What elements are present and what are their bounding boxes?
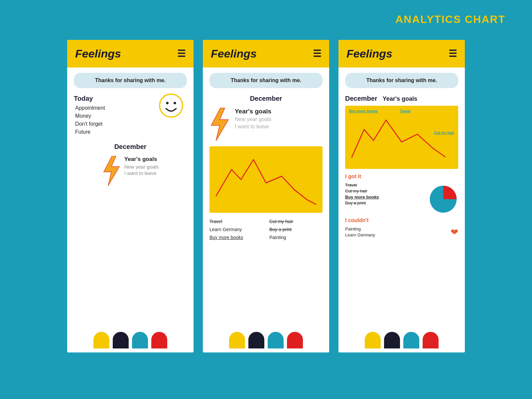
- goals-sub2-2: I want to leave: [235, 124, 271, 130]
- nav-dot-teal-1[interactable]: [132, 332, 148, 348]
- bottom-nav-2: [203, 327, 329, 352]
- couldnt-list: Painting Learn Germany: [345, 225, 375, 238]
- menu-icon-2[interactable]: ☰: [313, 49, 321, 59]
- nav-dot-teal-2[interactable]: [268, 332, 284, 348]
- got-it-list: Travel Cut my hair Buy more books Buy a …: [345, 182, 424, 206]
- goals-sub1-2: New year goals: [235, 116, 271, 122]
- greeting-text-3: Thanks for sharing with me.: [366, 77, 437, 83]
- svg-point-0: [160, 94, 183, 117]
- goals-table-2: Travel Cut my hair Learn Germany Buy a p…: [209, 218, 323, 241]
- chart-label-cut-hair: Cut my hair: [434, 131, 454, 135]
- today-item-future: Future: [74, 129, 187, 135]
- card-1-title: Feelings: [75, 47, 121, 60]
- couldnt-learn-germany: Learn Germany: [345, 232, 375, 237]
- goal-buy-print: Buy a print: [269, 226, 323, 233]
- smiley-icon: [159, 93, 184, 118]
- couldnt-painting: Painting: [345, 226, 375, 231]
- lightning-icon-1: [102, 156, 120, 186]
- nav-dot-navy-1[interactable]: [113, 332, 129, 348]
- card-1: Feelings ☰ Thanks for sharing with me. T…: [67, 40, 194, 352]
- nav-dot-red-2[interactable]: [287, 332, 303, 348]
- goal-learn-germany: Learn Germany: [209, 226, 263, 233]
- svg-point-2: [174, 102, 176, 104]
- card-3: Feelings ☰ Thanks for sharing with me. D…: [338, 40, 465, 352]
- card-2-body: Thanks for sharing with me. December Yea…: [203, 67, 329, 327]
- got-it-row: Travel Cut my hair Buy more books Buy a …: [345, 182, 458, 214]
- chart-3: Buy more books Travel Cut my hair: [345, 106, 458, 169]
- nav-dot-navy-2[interactable]: [248, 332, 264, 348]
- card-2: Feelings ☰ Thanks for sharing with me. D…: [203, 40, 329, 352]
- menu-icon-1[interactable]: ☰: [177, 49, 186, 59]
- today-item-dontforget: Don't forget: [74, 121, 187, 127]
- chart-2: [209, 146, 323, 213]
- card-3-title: Feelings: [346, 47, 392, 60]
- bottom-nav-1: [67, 327, 194, 352]
- goals-text-1: Year's goals New year goals I want to le…: [124, 156, 159, 177]
- card-3-header: Feelings ☰: [338, 40, 465, 67]
- card-1-body: Thanks for sharing with me. Today Appoin…: [67, 67, 194, 327]
- years-goals-title-1: Year's goals: [124, 156, 159, 163]
- greeting-box-2: Thanks for sharing with me.: [209, 73, 323, 88]
- years-goals-label-3: Year's goals: [383, 95, 417, 102]
- nav-dot-yellow-2[interactable]: [229, 332, 245, 348]
- got-item-travel: Travel: [345, 183, 424, 188]
- heart-icon: ❤: [451, 227, 458, 238]
- got-item-books: Buy more books: [345, 195, 424, 200]
- nav-dot-teal-3[interactable]: [403, 332, 419, 348]
- menu-icon-3[interactable]: ☰: [449, 49, 457, 59]
- chart-label-buy-books: Buy more books: [349, 109, 378, 113]
- card-3-body: Thanks for sharing with me. December Yea…: [338, 67, 465, 327]
- pie-chart: [428, 184, 458, 214]
- lightning-icon-2: [209, 108, 229, 141]
- pie-svg: [428, 184, 458, 214]
- bottom-nav-3: [338, 327, 465, 352]
- chart-label-travel: Travel: [400, 109, 411, 113]
- goal-buy-books: Buy more books: [209, 234, 263, 241]
- goals-sub1-1: New year goals: [124, 164, 159, 170]
- card-2-title: Feelings: [211, 47, 257, 60]
- card-2-header: Feelings ☰: [203, 40, 329, 67]
- page-title: ANALYTICS CHART: [395, 13, 505, 26]
- nav-dot-red-3[interactable]: [423, 332, 439, 348]
- years-goals-title-2: Year's goals: [235, 108, 271, 115]
- got-item-cut-hair: Cut my hair: [345, 189, 424, 194]
- svg-marker-3: [104, 156, 119, 186]
- line-chart-2: [213, 150, 319, 209]
- svg-marker-4: [211, 108, 228, 141]
- december-title-3: December: [345, 95, 377, 102]
- december-title-1: December: [74, 143, 187, 151]
- got-item-print: Buy a print: [345, 200, 424, 205]
- greeting-text-2: Thanks for sharing with me.: [231, 77, 301, 83]
- nav-dot-yellow-1[interactable]: [93, 332, 109, 348]
- goal-painting: Painting: [269, 234, 323, 241]
- card3-header-row: December Year's goals: [345, 95, 458, 102]
- line-chart-3: [348, 109, 455, 166]
- greeting-box-3: Thanks for sharing with me.: [345, 73, 458, 88]
- greeting-box-1: Thanks for sharing with me.: [74, 73, 187, 88]
- svg-point-1: [166, 102, 169, 104]
- nav-dot-red-1[interactable]: [151, 332, 167, 348]
- years-goals-row-1: Year's goals New year goals I want to le…: [74, 156, 187, 186]
- today-section: Today Appointment Money Don't forget Fut…: [74, 95, 187, 135]
- i-got-it-section: I got it Travel Cut my hair Buy more boo…: [345, 174, 458, 214]
- cards-container: Feelings ☰ Thanks for sharing with me. T…: [20, 40, 512, 352]
- goals-sub2-1: I want to leave: [124, 170, 159, 176]
- i-couldnt-label: I couldn't: [345, 217, 458, 223]
- goals-text-2: Year's goals New year goals I want to le…: [235, 108, 271, 131]
- years-goals-row-2: Year's goals New year goals I want to le…: [209, 108, 323, 141]
- december-section-2: December: [209, 95, 323, 102]
- i-got-it-label: I got it: [345, 174, 458, 180]
- i-couldnt-section: I couldn't Painting Learn Germany ❤: [345, 217, 458, 238]
- greeting-text-1: Thanks for sharing with me.: [95, 77, 166, 83]
- december-section-1: December Year's goals New year goals I w…: [74, 143, 187, 186]
- goal-travel: Travel: [209, 218, 263, 225]
- goal-cut-hair: Cut my hair: [269, 218, 323, 225]
- nav-dot-yellow-3[interactable]: [365, 332, 381, 348]
- card-1-header: Feelings ☰: [67, 40, 194, 67]
- nav-dot-navy-3[interactable]: [384, 332, 400, 348]
- december-title-2: December: [209, 95, 323, 102]
